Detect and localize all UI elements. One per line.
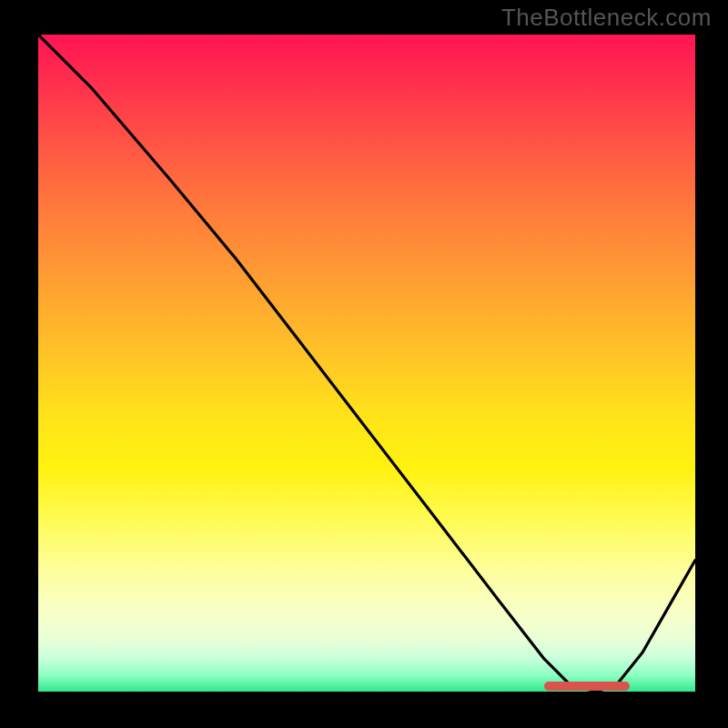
chart-frame: TheBottleneck.com	[0, 0, 728, 728]
bottleneck-curve	[38, 35, 695, 692]
watermark-text: TheBottleneck.com	[501, 4, 712, 32]
curve-path	[38, 35, 695, 692]
optimal-range-marker	[544, 682, 630, 691]
plot-area	[38, 35, 695, 692]
